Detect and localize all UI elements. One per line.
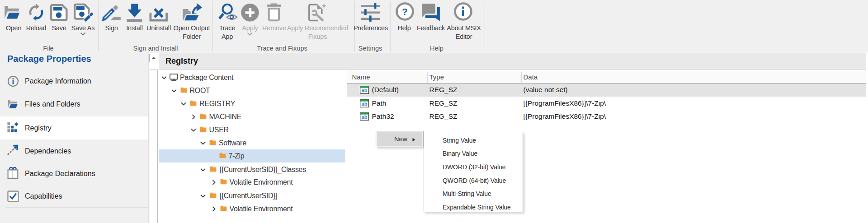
svg-text:ab: ab: [362, 114, 368, 120]
svg-text:?: ?: [402, 6, 408, 17]
svg-text:ab: ab: [362, 88, 368, 93]
svg-text:ab: ab: [362, 101, 368, 107]
